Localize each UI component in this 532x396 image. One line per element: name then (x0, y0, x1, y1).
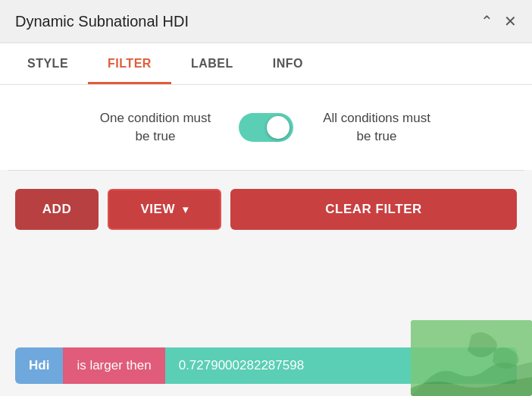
view-button[interactable]: VIEW ▾ (108, 189, 221, 230)
clear-filter-button[interactable]: CLEAR FILTER (230, 189, 517, 230)
close-icon[interactable]: ✕ (504, 12, 517, 30)
condition-right-text: All conditions must be true (316, 109, 437, 146)
toggle-knob (267, 116, 289, 139)
buttons-row: ADD VIEW ▾ CLEAR FILTER (0, 171, 532, 248)
panel: Dynamic Subnational HDI ⌃ ✕ STYLE FILTER… (0, 0, 532, 396)
map-background (411, 320, 532, 396)
condition-left-text: One condition must be true (95, 109, 216, 146)
panel-title: Dynamic Subnational HDI (15, 13, 189, 30)
tab-style[interactable]: STYLE (8, 43, 88, 84)
tab-filter[interactable]: FILTER (88, 43, 171, 84)
chevron-down-icon: ▾ (183, 203, 189, 215)
condition-toggle[interactable] (239, 113, 293, 142)
view-button-label: VIEW (141, 202, 175, 217)
collapse-icon[interactable]: ⌃ (480, 12, 493, 30)
toggle-background (239, 113, 293, 142)
filter-field-tag[interactable]: Hdi (15, 347, 63, 384)
tabs-bar: STYLE FILTER LABEL INFO (0, 43, 532, 85)
panel-header: Dynamic Subnational HDI ⌃ ✕ (0, 0, 532, 43)
condition-row: One condition must be true All condition… (0, 85, 532, 170)
header-icons: ⌃ ✕ (480, 12, 517, 30)
add-button[interactable]: ADD (15, 189, 99, 230)
tab-info[interactable]: INFO (253, 43, 323, 84)
tab-label[interactable]: LABEL (171, 43, 253, 84)
filter-operator-tag[interactable]: is larger then (63, 347, 164, 384)
